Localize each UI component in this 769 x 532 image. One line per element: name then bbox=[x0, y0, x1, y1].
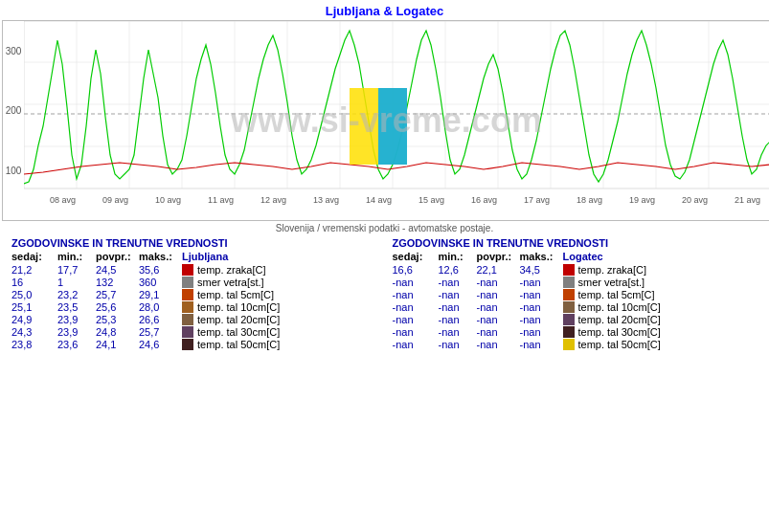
svg-text:13 avg: 13 avg bbox=[313, 195, 339, 205]
ljubljana-block: ZGODOVINSKE IN TRENUTNE VREDNOSTI sedaj:… bbox=[8, 237, 381, 351]
color-box bbox=[182, 339, 193, 350]
color-box bbox=[563, 326, 575, 338]
color-box bbox=[563, 277, 575, 288]
color-box bbox=[182, 301, 193, 313]
table-row: 16,612,622,134,5temp. zraka[C] bbox=[393, 264, 758, 276]
svg-text:17 avg: 17 avg bbox=[524, 195, 550, 205]
svg-text:08 avg: 08 avg bbox=[50, 195, 76, 205]
table-row: 25,123,525,628,0temp. tal 10cm[C] bbox=[11, 301, 377, 313]
data-section: ZGODOVINSKE IN TRENUTNE VREDNOSTI sedaj:… bbox=[0, 235, 769, 353]
svg-text:18 avg: 18 avg bbox=[577, 195, 602, 205]
table-row: -nan-nan-nan-nantemp. tal 5cm[C] bbox=[393, 289, 758, 300]
svg-rect-19 bbox=[378, 88, 407, 165]
chart-svg: 08 avg 09 avg 10 avg 11 avg 12 avg 13 av… bbox=[24, 21, 769, 208]
subtitle: Slovenija / vremenski podatki - avtomats… bbox=[0, 221, 769, 235]
color-box bbox=[563, 314, 575, 325]
color-box bbox=[182, 326, 193, 338]
svg-text:10 avg: 10 avg bbox=[155, 195, 181, 205]
svg-text:11 avg: 11 avg bbox=[208, 195, 234, 205]
table-row: 24,323,924,825,7temp. tal 30cm[C] bbox=[11, 326, 377, 338]
table-row: 25,023,225,729,1temp. tal 5cm[C] bbox=[11, 289, 377, 300]
logatec-col-headers: sedaj: min.: povpr.: maks.: Logatec bbox=[393, 251, 758, 262]
svg-text:09 avg: 09 avg bbox=[102, 195, 128, 205]
table-row: 23,823,624,124,6temp. tal 50cm[C] bbox=[11, 339, 377, 350]
svg-text:15 avg: 15 avg bbox=[418, 195, 444, 205]
svg-text:12 avg: 12 avg bbox=[260, 195, 286, 205]
color-box bbox=[182, 289, 193, 300]
table-row: -nan-nan-nan-nantemp. tal 50cm[C] bbox=[393, 339, 758, 350]
svg-text:19 avg: 19 avg bbox=[629, 195, 655, 205]
chart-title: Ljubljana & Logatec bbox=[0, 0, 769, 20]
logatec-header: ZGODOVINSKE IN TRENUTNE VREDNOSTI bbox=[393, 237, 758, 249]
table-row: -nan-nan-nan-nansmer vetra[st.] bbox=[393, 277, 758, 288]
ljubljana-col-headers: sedaj: min.: povpr.: maks.: Ljubljana bbox=[11, 251, 377, 262]
color-box bbox=[563, 301, 575, 313]
ljubljana-rows: 21,217,724,535,6temp. zraka[C]161132360s… bbox=[11, 264, 377, 350]
ljubljana-header: ZGODOVINSKE IN TRENUTNE VREDNOSTI bbox=[11, 237, 377, 249]
table-row: 21,217,724,535,6temp. zraka[C] bbox=[11, 264, 377, 276]
logatec-rows: 16,612,622,134,5temp. zraka[C]-nan-nan-n… bbox=[393, 264, 758, 350]
table-row: 24,923,925,326,6temp. tal 20cm[C] bbox=[11, 314, 377, 325]
chart-area: 300 200 100 bbox=[2, 20, 769, 221]
svg-text:14 avg: 14 avg bbox=[366, 195, 392, 205]
color-box bbox=[563, 289, 575, 300]
color-box bbox=[182, 314, 193, 325]
color-box bbox=[182, 264, 193, 276]
y-label-200: 200 bbox=[6, 105, 22, 116]
y-label-300: 300 bbox=[6, 46, 22, 56]
table-row: -nan-nan-nan-nantemp. tal 30cm[C] bbox=[393, 326, 758, 338]
color-box bbox=[563, 339, 575, 350]
y-label-100: 100 bbox=[6, 166, 22, 176]
color-box bbox=[563, 264, 575, 276]
logatec-block: ZGODOVINSKE IN TRENUTNE VREDNOSTI sedaj:… bbox=[389, 237, 762, 351]
table-row: -nan-nan-nan-nantemp. tal 20cm[C] bbox=[393, 314, 758, 325]
table-row: 161132360smer vetra[st.] bbox=[11, 277, 377, 288]
svg-text:16 avg: 16 avg bbox=[471, 195, 497, 205]
color-box bbox=[182, 277, 193, 288]
main-container: Ljubljana & Logatec 300 200 100 bbox=[0, 0, 769, 532]
svg-text:20 avg: 20 avg bbox=[682, 195, 708, 205]
table-row: -nan-nan-nan-nantemp. tal 10cm[C] bbox=[393, 301, 758, 313]
svg-text:21 avg: 21 avg bbox=[735, 195, 760, 205]
